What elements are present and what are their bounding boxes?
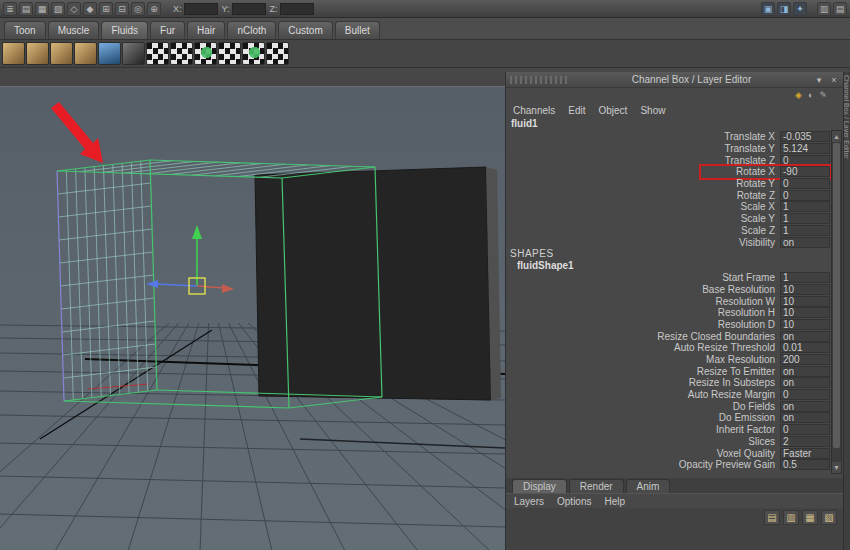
channel-row: Voxel Quality Faster <box>506 447 830 459</box>
new-layer-from-selected-icon[interactable]: ▥ <box>783 510 799 525</box>
coordinate-field[interactable]: X: <box>173 3 218 15</box>
channel-value-field[interactable]: 0 <box>780 155 830 166</box>
select-hierarchy-icon[interactable]: ◇ <box>67 2 81 16</box>
viewport-3d[interactable] <box>0 86 505 550</box>
menu-item[interactable]: Options <box>557 496 591 507</box>
shelf-tab[interactable]: Toon <box>4 21 46 39</box>
channel-value-field[interactable]: 0 <box>780 178 830 189</box>
coordinate-field[interactable]: Y: <box>222 3 266 15</box>
channel-value-field[interactable]: on <box>780 366 830 377</box>
ipr-render-icon[interactable]: ◨ <box>777 2 791 16</box>
select-component-icon[interactable]: ⊞ <box>99 2 113 16</box>
ocean-icon[interactable] <box>146 42 169 65</box>
sidebar-tab-strip[interactable]: Channel Box / Layer Editor <box>843 72 850 550</box>
polygon-plane[interactable] <box>255 167 491 400</box>
channel-value-field[interactable]: 1 <box>780 213 830 224</box>
object-name[interactable]: fluid1 <box>506 118 843 131</box>
layer-editor-tab[interactable]: Anim <box>626 479 671 493</box>
coordinate-input[interactable] <box>232 3 266 15</box>
channel-value-field[interactable]: 10 <box>780 307 830 318</box>
pane-menu-icon[interactable]: ▾ <box>813 75 825 85</box>
menu-item[interactable]: Layers <box>514 496 544 507</box>
close-icon[interactable]: × <box>828 75 840 85</box>
save-scene-icon[interactable]: ▧ <box>51 2 65 16</box>
channel-manipulator-icon[interactable]: ◈ <box>795 90 802 100</box>
edit-mode-icon[interactable]: ✎ <box>819 90 827 100</box>
pond-wake-icon[interactable] <box>218 42 241 65</box>
menu-item[interactable]: Show <box>640 105 665 116</box>
new-render-layer-icon[interactable]: ▧ <box>821 510 837 525</box>
channel-value-field[interactable]: 0 <box>780 424 830 435</box>
channel-value-field[interactable]: on <box>780 331 830 342</box>
channel-value-field[interactable]: on <box>780 401 830 412</box>
channel-value-field[interactable]: 10 <box>780 296 830 307</box>
channel-value-field[interactable]: 0.01 <box>780 342 830 353</box>
select-object-icon[interactable]: ◆ <box>83 2 97 16</box>
channel-value-field[interactable]: -0.035 <box>780 131 830 142</box>
channel-value-field[interactable]: on <box>780 237 830 248</box>
render-settings-icon[interactable]: ✦ <box>793 2 807 16</box>
channel-value-field[interactable]: 0 <box>780 190 830 201</box>
channel-value-field[interactable]: 5.124 <box>780 143 830 154</box>
channel-value-field[interactable]: 1 <box>780 225 830 236</box>
channel-value-field[interactable]: 1 <box>780 272 830 283</box>
shelf-tab[interactable]: nCloth <box>227 21 276 39</box>
coordinate-input[interactable] <box>280 3 314 15</box>
menu-item[interactable]: Help <box>604 496 625 507</box>
channel-value-field[interactable]: 200 <box>780 354 830 365</box>
shelf-tab[interactable]: Hair <box>187 21 225 39</box>
snap-curve-icon[interactable]: ◎ <box>131 2 145 16</box>
menu-item[interactable]: Channels <box>513 105 555 116</box>
render-view-icon[interactable]: ▣ <box>761 2 775 16</box>
fluid-2d-container-icon[interactable] <box>26 42 49 65</box>
shelf-tab[interactable]: Custom <box>278 21 332 39</box>
open-scene-icon[interactable]: ▦ <box>35 2 49 16</box>
make-collide-icon[interactable] <box>122 42 145 65</box>
layer-editor-tab[interactable]: Display <box>512 479 567 493</box>
snap-point-icon[interactable]: ⊕ <box>147 2 161 16</box>
channel-value-field[interactable]: on <box>780 377 830 388</box>
channel-value-field[interactable]: -90 <box>780 166 830 177</box>
grip-icon[interactable]: ≣ <box>3 2 17 16</box>
snap-grid-icon[interactable]: ⊟ <box>115 2 129 16</box>
channel-value-field[interactable]: 2 <box>780 436 830 447</box>
panel-header[interactable]: Channel Box / Layer Editor ▾× <box>506 72 843 88</box>
initial-state-icon[interactable] <box>242 42 265 65</box>
new-anim-layer-icon[interactable]: ▦ <box>802 510 818 525</box>
coordinate-field[interactable]: Z: <box>270 3 314 15</box>
fluid-3d-emitter-icon[interactable] <box>50 42 73 65</box>
channel-value-field[interactable]: Faster <box>780 448 830 459</box>
new-scene-icon[interactable]: ▤ <box>19 2 33 16</box>
scroll-thumb[interactable] <box>833 143 840 448</box>
shape-name[interactable]: fluidShape1 <box>506 260 843 272</box>
channel-value-field[interactable]: 1 <box>780 201 830 212</box>
panel-grip[interactable] <box>510 76 570 84</box>
shelf-tab[interactable]: Fur <box>150 21 185 39</box>
shelf-tab[interactable]: Bullet <box>335 21 380 39</box>
sidebar-toggle-icon[interactable]: ▥ <box>817 2 831 16</box>
channel-value-field[interactable]: 0.5 <box>780 459 830 470</box>
speed-control-icon[interactable]: ◐ <box>808 90 813 100</box>
layers-list[interactable]: ▤▥▦▧ <box>506 508 843 550</box>
menu-item[interactable]: Object <box>599 105 628 116</box>
extend-fluid-icon[interactable] <box>266 42 289 65</box>
ocean-wake-icon[interactable] <box>170 42 193 65</box>
scroll-down-icon[interactable]: ▼ <box>832 462 841 473</box>
channel-value-field[interactable]: on <box>780 412 830 423</box>
pond-icon[interactable] <box>194 42 217 65</box>
channel-value-field[interactable]: 10 <box>780 319 830 330</box>
shelf-tab[interactable]: Fluids <box>101 21 148 39</box>
new-empty-layer-icon[interactable]: ▤ <box>764 510 780 525</box>
shelf-tab[interactable]: Muscle <box>48 21 100 39</box>
fluid-emit-from-object-icon[interactable] <box>98 42 121 65</box>
channel-value-field[interactable]: 10 <box>780 284 830 295</box>
menu-item[interactable]: Edit <box>568 105 585 116</box>
fluid-2d-emitter-icon[interactable] <box>74 42 97 65</box>
layer-editor-tab[interactable]: Render <box>569 479 624 493</box>
coordinate-input[interactable] <box>184 3 218 15</box>
scroll-up-icon[interactable]: ▲ <box>832 131 841 142</box>
channel-value-field[interactable]: 0 <box>780 389 830 400</box>
channel-scrollbar[interactable]: ▲ ▼ <box>831 130 842 474</box>
fluid-3d-container-icon[interactable] <box>2 42 25 65</box>
attribute-editor-toggle-icon[interactable]: ▤ <box>833 2 847 16</box>
